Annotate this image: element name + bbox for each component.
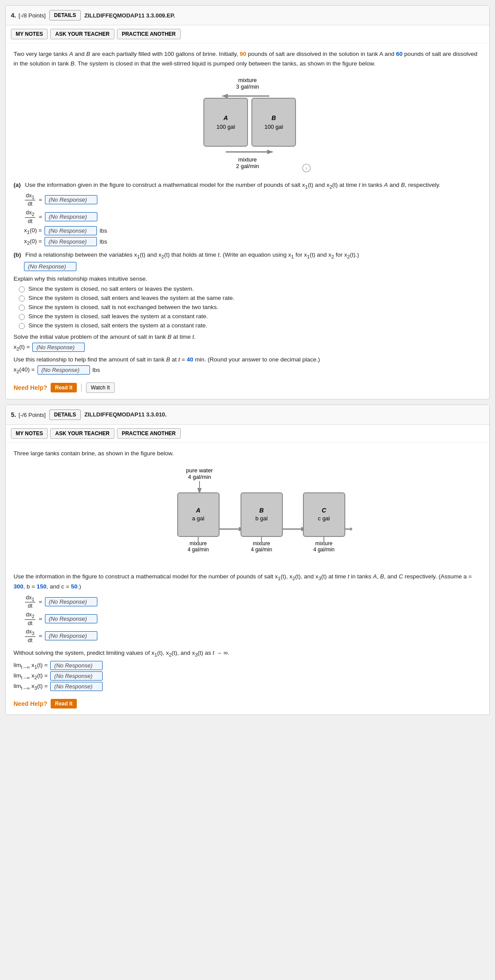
p5-need-help-section: Need Help? Read It	[14, 699, 481, 708]
radio-1[interactable]: Since the system is closed, no salt ente…	[19, 285, 481, 292]
x1-initial-row: x1(0) = (No Response) lbs	[24, 226, 481, 235]
x2-initial-row: x2(0) = (No Response) lbs	[24, 237, 481, 246]
problem-5-actions: MY NOTES ASK YOUR TEACHER PRACTICE ANOTH…	[6, 425, 489, 443]
part-a-label: (a) Use the information given in the fig…	[14, 182, 481, 189]
svg-text:4 gal/min: 4 gal/min	[188, 474, 211, 480]
p5-problem-id: ZILLDIFFEQMODAP11 3.3.010.	[84, 411, 167, 418]
watch-it-button[interactable]: Watch It	[86, 382, 115, 393]
ask-teacher-button[interactable]: ASK YOUR TEACHER	[50, 29, 114, 39]
lim-x3-label: limt→∞ x3(t) =	[14, 683, 48, 691]
read-it-button[interactable]: Read It	[51, 383, 77, 392]
problem-number-text: 4.	[11, 12, 16, 19]
svg-text:B: B	[272, 114, 276, 121]
svg-text:pure water: pure water	[186, 467, 213, 474]
practice-another-button[interactable]: PRACTICE ANOTHER	[117, 29, 181, 39]
problem-5-body: Three large tanks contain brine, as show…	[6, 443, 489, 715]
button-divider	[81, 384, 82, 392]
x2-40-row: x2(40) = (No Response) lbs	[14, 365, 481, 375]
p5-dx2-row: dx2dt = (No Response)	[24, 611, 481, 626]
svg-text:A: A	[223, 114, 228, 121]
use-text: Use this relationship to help find the a…	[14, 356, 481, 363]
part-b-letter: (b)	[14, 251, 21, 258]
x1-initial-response[interactable]: (No Response)	[45, 226, 97, 235]
x2-40-response[interactable]: (No Response)	[38, 365, 90, 375]
p5-equations: dx1dt = (No Response) dx2dt = (No Respon…	[24, 594, 481, 644]
svg-text:c gal: c gal	[318, 515, 330, 522]
svg-text:4 gal/min: 4 gal/min	[251, 547, 272, 553]
svg-text:100 gal: 100 gal	[217, 124, 235, 130]
radio-circle-5[interactable]	[19, 323, 25, 329]
svg-text:a gal: a gal	[192, 515, 204, 522]
relationship-response[interactable]: (No Response)	[24, 262, 76, 271]
p5-dx3-response[interactable]: (No Response)	[45, 631, 97, 640]
explain-text: Explain why this relationship makes intu…	[14, 275, 481, 282]
radio-circle-3[interactable]	[19, 305, 25, 311]
lim-x1-row: limt→∞ x1(t) = (No Response)	[14, 661, 481, 670]
p5-read-it-button[interactable]: Read It	[51, 699, 77, 708]
x2-initial-response[interactable]: (No Response)	[45, 237, 97, 246]
dx1-response[interactable]: (No Response)	[45, 195, 97, 204]
problem-4-body: Two very large tanks A and B are each pa…	[6, 43, 489, 399]
p5-details-button[interactable]: DETAILS	[49, 409, 81, 420]
equations-section: dx1dt = (No Response) dx2dt = (No Respon…	[24, 192, 481, 246]
p5-intro: Three large tanks contain brine, as show…	[14, 449, 481, 458]
svg-marker-11	[267, 150, 274, 154]
lim-x2-response[interactable]: (No Response)	[50, 671, 103, 681]
svg-text:2 gal/min: 2 gal/min	[236, 163, 259, 169]
radio-circle-2[interactable]	[19, 296, 25, 302]
p5-need-help-label: Need Help?	[14, 700, 47, 707]
svg-rect-30	[303, 493, 345, 536]
radio-2[interactable]: Since the system is closed, salt enters …	[19, 295, 481, 302]
radio-4[interactable]: Since the system is closed, salt leaves …	[19, 313, 481, 320]
p5-dx1-response[interactable]: (No Response)	[45, 597, 97, 606]
radio-label-3: Since the system is closed, salt is not …	[28, 304, 218, 310]
dx1-row: dx1dt = (No Response)	[24, 192, 481, 207]
highlight-60: 60	[396, 51, 402, 57]
x2t-row: x2(t) = (No Response)	[14, 343, 481, 352]
three-tanks-figure: pure water 4 gal/min A a gal B b gal	[14, 464, 481, 565]
a-val: 300	[14, 583, 24, 590]
svg-text:100 gal: 100 gal	[265, 124, 283, 130]
problem-4-header: 4. [-/8 Points] DETAILS ZILLDIFFEQMODAP1…	[6, 6, 489, 25]
problem-id: ZILLDIFFEQMODAP11 3.3.009.EP.	[84, 12, 175, 19]
dx2-response[interactable]: (No Response)	[45, 212, 97, 221]
svg-text:b gal: b gal	[255, 515, 268, 522]
svg-text:A: A	[196, 507, 200, 514]
radio-5[interactable]: Since the system is closed, salt enters …	[19, 322, 481, 329]
radio-group: Since the system is closed, no salt ente…	[19, 285, 481, 329]
lbs-label-3: lbs	[93, 367, 100, 373]
svg-text:3 gal/min: 3 gal/min	[236, 83, 259, 90]
problem-5-card: 5. [-/6 Points] DETAILS ZILLDIFFEQMODAP1…	[5, 405, 490, 715]
p5-my-notes-button[interactable]: MY NOTES	[11, 428, 48, 439]
dx2-row: dx2dt = (No Response)	[24, 209, 481, 224]
lim-x1-label: limt→∞ x1(t) =	[14, 662, 48, 670]
c-val: 50	[71, 583, 77, 590]
two-tanks-svg: mixture 3 gal/min A 100 gal B 100 gal mi…	[178, 74, 317, 175]
p5-number-text: 5.	[11, 411, 16, 418]
radio-circle-4[interactable]	[19, 314, 25, 320]
part-a-text: Use the information given in the figure …	[25, 182, 440, 188]
three-tanks-svg: pure water 4 gal/min A a gal B b gal	[143, 464, 352, 565]
p5-practice-button[interactable]: PRACTICE ANOTHER	[117, 428, 181, 439]
details-button[interactable]: DETAILS	[49, 10, 81, 21]
p5-dx3-row: dx3dt = (No Response)	[24, 628, 481, 643]
p5-dx2-response[interactable]: (No Response)	[45, 614, 97, 623]
radio-label-1: Since the system is closed, no salt ente…	[28, 285, 194, 292]
my-notes-button[interactable]: MY NOTES	[11, 29, 48, 39]
lbs-label-1: lbs	[100, 227, 107, 234]
radio-label-5: Since the system is closed, salt enters …	[28, 322, 207, 329]
svg-marker-3	[221, 94, 228, 98]
lim-x1-response[interactable]: (No Response)	[50, 661, 103, 670]
part-b-response-area: (No Response)	[24, 262, 481, 271]
problem-points: [-/8 Points]	[19, 12, 46, 19]
radio-circle-1[interactable]	[19, 286, 25, 292]
two-tanks-figure: mixture 3 gal/min A 100 gal B 100 gal mi…	[14, 74, 481, 175]
svg-text:4 gal/min: 4 gal/min	[313, 547, 335, 553]
lim-x3-response[interactable]: (No Response)	[50, 682, 103, 691]
x2-40-label: x2(40) =	[14, 366, 35, 374]
p5-ask-teacher-button[interactable]: ASK YOUR TEACHER	[50, 428, 114, 439]
svg-text:B: B	[259, 507, 264, 514]
x2t-response[interactable]: (No Response)	[32, 343, 85, 352]
radio-3[interactable]: Since the system is closed, salt is not …	[19, 304, 481, 311]
t-value: 40	[187, 356, 193, 363]
